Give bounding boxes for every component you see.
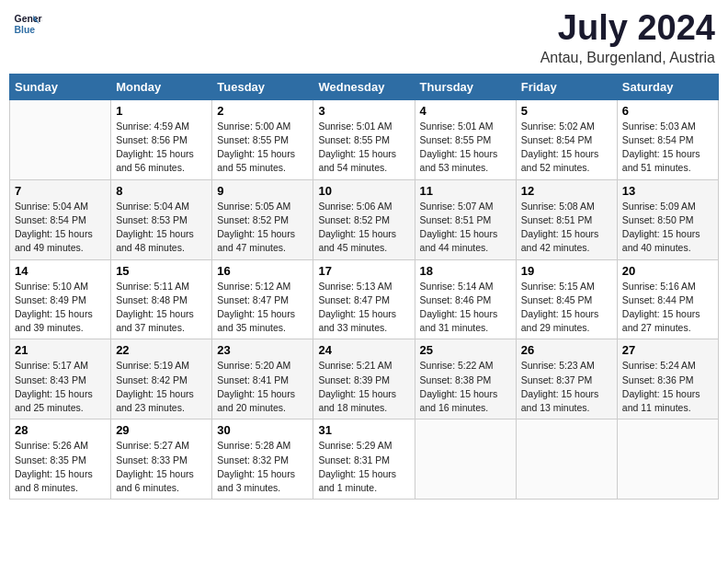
calendar-cell: 2Sunrise: 5:00 AMSunset: 8:55 PMDaylight… xyxy=(212,99,313,179)
calendar-cell: 19Sunrise: 5:15 AMSunset: 8:45 PMDayligh… xyxy=(516,259,617,339)
calendar-cell: 1Sunrise: 4:59 AMSunset: 8:56 PMDaylight… xyxy=(111,99,212,179)
calendar-cell: 22Sunrise: 5:19 AMSunset: 8:42 PMDayligh… xyxy=(111,339,212,419)
day-info: Sunrise: 5:11 AMSunset: 8:48 PMDaylight:… xyxy=(116,280,207,336)
calendar-cell: 28Sunrise: 5:26 AMSunset: 8:35 PMDayligh… xyxy=(10,419,111,500)
logo: General Blue xyxy=(13,9,42,39)
day-info: Sunrise: 5:04 AMSunset: 8:54 PMDaylight:… xyxy=(15,200,106,256)
title-block: July 2024 Antau, Burgenland, Austria xyxy=(540,9,715,66)
day-info: Sunrise: 5:22 AMSunset: 8:38 PMDaylight:… xyxy=(420,359,511,415)
day-info: Sunrise: 5:13 AMSunset: 8:47 PMDaylight:… xyxy=(318,280,409,336)
day-info: Sunrise: 5:20 AMSunset: 8:41 PMDaylight:… xyxy=(217,359,308,415)
day-number: 26 xyxy=(521,343,612,357)
day-number: 13 xyxy=(622,184,713,198)
day-info: Sunrise: 5:17 AMSunset: 8:43 PMDaylight:… xyxy=(15,359,106,415)
calendar-cell: 8Sunrise: 5:04 AMSunset: 8:53 PMDaylight… xyxy=(111,179,212,259)
day-number: 24 xyxy=(318,343,409,357)
day-number: 5 xyxy=(521,104,612,118)
calendar-cell: 27Sunrise: 5:24 AMSunset: 8:36 PMDayligh… xyxy=(617,339,718,419)
calendar-cell: 25Sunrise: 5:22 AMSunset: 8:38 PMDayligh… xyxy=(415,339,516,419)
day-info: Sunrise: 5:21 AMSunset: 8:39 PMDaylight:… xyxy=(318,359,409,415)
calendar-cell: 31Sunrise: 5:29 AMSunset: 8:31 PMDayligh… xyxy=(313,419,415,500)
day-info: Sunrise: 5:16 AMSunset: 8:44 PMDaylight:… xyxy=(622,280,713,336)
logo-icon: General Blue xyxy=(13,9,42,39)
calendar-cell: 23Sunrise: 5:20 AMSunset: 8:41 PMDayligh… xyxy=(212,339,313,419)
column-header-sunday: Sunday xyxy=(10,74,111,99)
calendar-week-row: 7Sunrise: 5:04 AMSunset: 8:54 PMDaylight… xyxy=(10,179,719,259)
day-info: Sunrise: 5:06 AMSunset: 8:52 PMDaylight:… xyxy=(318,200,409,256)
calendar-cell: 21Sunrise: 5:17 AMSunset: 8:43 PMDayligh… xyxy=(10,339,111,419)
month-title: July 2024 xyxy=(540,9,715,48)
calendar-week-row: 21Sunrise: 5:17 AMSunset: 8:43 PMDayligh… xyxy=(10,339,719,419)
day-info: Sunrise: 5:10 AMSunset: 8:49 PMDaylight:… xyxy=(15,280,106,336)
day-info: Sunrise: 5:07 AMSunset: 8:51 PMDaylight:… xyxy=(420,200,511,256)
day-info: Sunrise: 5:01 AMSunset: 8:55 PMDaylight:… xyxy=(420,120,511,176)
day-number: 14 xyxy=(15,264,106,278)
day-number: 25 xyxy=(420,343,511,357)
calendar-cell: 29Sunrise: 5:27 AMSunset: 8:33 PMDayligh… xyxy=(111,419,212,500)
page-header: General Blue July 2024 Antau, Burgenland… xyxy=(9,9,719,66)
day-number: 30 xyxy=(217,423,308,437)
day-info: Sunrise: 5:27 AMSunset: 8:33 PMDaylight:… xyxy=(116,439,207,495)
calendar-cell: 7Sunrise: 5:04 AMSunset: 8:54 PMDaylight… xyxy=(10,179,111,259)
day-info: Sunrise: 5:02 AMSunset: 8:54 PMDaylight:… xyxy=(521,120,612,176)
day-number: 31 xyxy=(318,423,409,437)
day-number: 12 xyxy=(521,184,612,198)
calendar-cell: 11Sunrise: 5:07 AMSunset: 8:51 PMDayligh… xyxy=(415,179,516,259)
day-number: 1 xyxy=(116,104,207,118)
day-info: Sunrise: 5:03 AMSunset: 8:54 PMDaylight:… xyxy=(622,120,713,176)
day-number: 2 xyxy=(217,104,308,118)
calendar-cell: 5Sunrise: 5:02 AMSunset: 8:54 PMDaylight… xyxy=(516,99,617,179)
day-number: 21 xyxy=(15,343,106,357)
day-number: 17 xyxy=(318,264,409,278)
day-info: Sunrise: 5:08 AMSunset: 8:51 PMDaylight:… xyxy=(521,200,612,256)
day-number: 18 xyxy=(420,264,511,278)
day-number: 8 xyxy=(116,184,207,198)
calendar-table: SundayMondayTuesdayWednesdayThursdayFrid… xyxy=(9,74,719,500)
day-number: 27 xyxy=(622,343,713,357)
location: Antau, Burgenland, Austria xyxy=(540,50,715,66)
column-header-friday: Friday xyxy=(516,74,617,99)
column-header-monday: Monday xyxy=(111,74,212,99)
day-info: Sunrise: 5:29 AMSunset: 8:31 PMDaylight:… xyxy=(318,439,409,495)
day-number: 20 xyxy=(622,264,713,278)
day-number: 19 xyxy=(521,264,612,278)
day-number: 7 xyxy=(15,184,106,198)
calendar-cell: 20Sunrise: 5:16 AMSunset: 8:44 PMDayligh… xyxy=(617,259,718,339)
day-number: 6 xyxy=(622,104,713,118)
svg-text:Blue: Blue xyxy=(15,25,36,35)
column-header-tuesday: Tuesday xyxy=(212,74,313,99)
calendar-cell: 12Sunrise: 5:08 AMSunset: 8:51 PMDayligh… xyxy=(516,179,617,259)
calendar-cell: 16Sunrise: 5:12 AMSunset: 8:47 PMDayligh… xyxy=(212,259,313,339)
calendar-week-row: 14Sunrise: 5:10 AMSunset: 8:49 PMDayligh… xyxy=(10,259,719,339)
day-number: 29 xyxy=(116,423,207,437)
day-number: 15 xyxy=(116,264,207,278)
day-info: Sunrise: 5:00 AMSunset: 8:55 PMDaylight:… xyxy=(217,120,308,176)
calendar-cell: 18Sunrise: 5:14 AMSunset: 8:46 PMDayligh… xyxy=(415,259,516,339)
calendar-cell xyxy=(415,419,516,500)
calendar-cell: 4Sunrise: 5:01 AMSunset: 8:55 PMDaylight… xyxy=(415,99,516,179)
day-info: Sunrise: 5:09 AMSunset: 8:50 PMDaylight:… xyxy=(622,200,713,256)
day-number: 28 xyxy=(15,423,106,437)
calendar-cell: 26Sunrise: 5:23 AMSunset: 8:37 PMDayligh… xyxy=(516,339,617,419)
day-number: 16 xyxy=(217,264,308,278)
day-number: 4 xyxy=(420,104,511,118)
calendar-cell xyxy=(617,419,718,500)
calendar-cell: 30Sunrise: 5:28 AMSunset: 8:32 PMDayligh… xyxy=(212,419,313,500)
calendar-cell: 3Sunrise: 5:01 AMSunset: 8:55 PMDaylight… xyxy=(313,99,415,179)
day-info: Sunrise: 5:23 AMSunset: 8:37 PMDaylight:… xyxy=(521,359,612,415)
column-header-wednesday: Wednesday xyxy=(313,74,415,99)
column-header-saturday: Saturday xyxy=(617,74,718,99)
day-info: Sunrise: 5:14 AMSunset: 8:46 PMDaylight:… xyxy=(420,280,511,336)
day-number: 9 xyxy=(217,184,308,198)
day-info: Sunrise: 5:12 AMSunset: 8:47 PMDaylight:… xyxy=(217,280,308,336)
calendar-week-row: 28Sunrise: 5:26 AMSunset: 8:35 PMDayligh… xyxy=(10,419,719,500)
day-number: 22 xyxy=(116,343,207,357)
calendar-week-row: 1Sunrise: 4:59 AMSunset: 8:56 PMDaylight… xyxy=(10,99,719,179)
calendar-cell xyxy=(10,99,111,179)
calendar-cell: 17Sunrise: 5:13 AMSunset: 8:47 PMDayligh… xyxy=(313,259,415,339)
column-header-thursday: Thursday xyxy=(415,74,516,99)
day-info: Sunrise: 5:15 AMSunset: 8:45 PMDaylight:… xyxy=(521,280,612,336)
day-info: Sunrise: 5:24 AMSunset: 8:36 PMDaylight:… xyxy=(622,359,713,415)
day-info: Sunrise: 5:01 AMSunset: 8:55 PMDaylight:… xyxy=(318,120,409,176)
calendar-cell: 10Sunrise: 5:06 AMSunset: 8:52 PMDayligh… xyxy=(313,179,415,259)
